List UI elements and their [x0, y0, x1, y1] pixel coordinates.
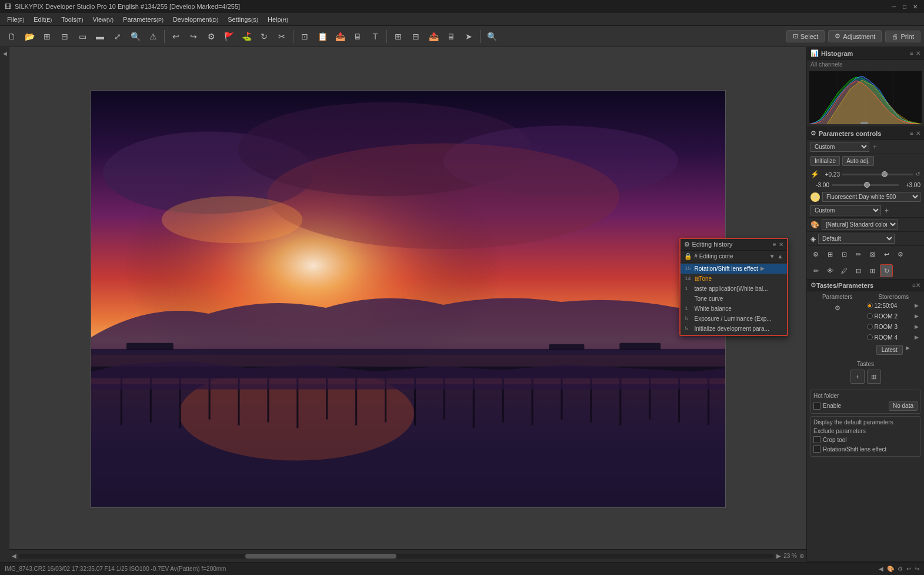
- storeroom-radio-room4[interactable]: [867, 334, 873, 340]
- storeroom-room3-btn[interactable]: ▶: [912, 323, 920, 331]
- search-btn[interactable]: 🔍: [483, 28, 500, 45]
- menu-file[interactable]: File(F): [2, 15, 29, 24]
- custom-select-2[interactable]: Custom: [810, 205, 881, 215]
- taste-add-btn[interactable]: +: [850, 370, 865, 384]
- storeroom-radio-time[interactable]: [867, 303, 873, 308]
- scroll-track-h[interactable]: [19, 554, 774, 559]
- open-button[interactable]: 📂: [21, 28, 38, 45]
- tool-brush[interactable]: ✏: [852, 248, 865, 261]
- crop-tool-checkbox[interactable]: [813, 436, 820, 443]
- histogram-expand[interactable]: ✕: [916, 50, 920, 56]
- select-button[interactable]: ⊡ Select: [786, 30, 825, 42]
- new-button[interactable]: 🗋: [4, 28, 20, 45]
- tastes-expand[interactable]: ✕: [916, 282, 920, 288]
- main-image[interactable]: ⚙ Editing history ≡ ✕ 🔒 # Editing conte …: [91, 90, 726, 508]
- export2-button[interactable]: 📤: [425, 28, 442, 45]
- editing-history-menu[interactable]: ≡: [773, 241, 776, 248]
- enable-checkbox[interactable]: [813, 403, 820, 410]
- scroll-left[interactable]: ◀: [12, 553, 16, 559]
- history-item-1[interactable]: 14 ⊞Tone: [681, 274, 787, 284]
- rotation-checkbox[interactable]: [813, 446, 820, 453]
- add-param-btn-2[interactable]: +: [885, 207, 889, 215]
- ev-reset[interactable]: ↺: [916, 171, 920, 177]
- grid-view-button[interactable]: ⊞: [39, 28, 55, 45]
- editing-history-close[interactable]: ✕: [779, 241, 783, 248]
- status-icon-1[interactable]: ◀: [879, 566, 883, 572]
- send-button[interactable]: ➤: [461, 28, 477, 45]
- latest-arrow-btn[interactable]: ▶: [904, 344, 912, 352]
- zoom-button[interactable]: 🔍: [127, 28, 144, 45]
- history-item-2[interactable]: 1 taste application[White bal...: [681, 284, 787, 294]
- status-icon-5[interactable]: ↪: [915, 566, 919, 572]
- batch2-button[interactable]: ⊟: [408, 28, 424, 45]
- storeroom-room2-btn[interactable]: ▶: [912, 312, 920, 320]
- develop-button[interactable]: ⚙: [203, 28, 219, 45]
- filmstrip-button[interactable]: ⊟: [56, 28, 73, 45]
- menu-view[interactable]: View(V): [88, 15, 118, 24]
- rotate-button[interactable]: ↻: [256, 28, 272, 45]
- history-item-6[interactable]: 5 Initialize development para...: [681, 324, 787, 334]
- histogram-collapse[interactable]: ≡: [910, 50, 913, 56]
- latest-button[interactable]: Latest: [876, 345, 903, 355]
- ev-slider[interactable]: [842, 174, 913, 175]
- strip-collapse[interactable]: ◀: [1, 49, 9, 58]
- flag2-button[interactable]: ⛳: [238, 28, 255, 45]
- auto-adj-button[interactable]: Auto adj.: [842, 156, 873, 166]
- params-settings-btn[interactable]: ⚙: [831, 301, 844, 314]
- params-expand[interactable]: ✕: [916, 130, 920, 137]
- menu-edit[interactable]: Edit(E): [29, 15, 56, 24]
- tool-reset[interactable]: ⊠: [866, 248, 879, 261]
- status-icon-2[interactable]: 🎨: [887, 566, 894, 572]
- scroll-thumb-h[interactable]: [245, 554, 396, 559]
- standard-color-select[interactable]: [Natural] Standard color: [822, 220, 898, 230]
- scroll-right[interactable]: ▶: [776, 553, 781, 559]
- storeroom-radio-room2[interactable]: [867, 313, 873, 319]
- status-icon-3[interactable]: ⚙: [898, 566, 903, 572]
- crop-button[interactable]: ✂: [273, 28, 290, 45]
- tool-rotate-active[interactable]: ↻: [880, 264, 893, 277]
- tool-eye[interactable]: 👁: [823, 264, 836, 277]
- maximize-button[interactable]: □: [900, 2, 909, 11]
- history-item-3[interactable]: Tone curve: [681, 294, 787, 304]
- menu-settings[interactable]: Settings(S): [223, 15, 263, 24]
- copy-button[interactable]: ⊡: [296, 28, 313, 45]
- tool-layers[interactable]: ⊞: [823, 248, 836, 261]
- tool-pencil[interactable]: ✏: [809, 264, 822, 277]
- close-button[interactable]: ✕: [911, 2, 919, 11]
- storeroom-time-btn[interactable]: ▶: [912, 301, 920, 310]
- eh-down-button[interactable]: ▼: [769, 253, 775, 260]
- no-data-button[interactable]: No data: [889, 401, 918, 411]
- tool-mask[interactable]: ⊡: [838, 248, 850, 261]
- lr-slider[interactable]: [832, 184, 899, 186]
- tool-undo2[interactable]: ↩: [880, 248, 893, 261]
- initialize-button[interactable]: Initialize: [810, 156, 840, 166]
- storeroom-room4-btn[interactable]: ▶: [912, 333, 920, 341]
- storeroom-radio-room3[interactable]: [867, 324, 873, 330]
- redo-button[interactable]: ↪: [185, 28, 202, 45]
- print-button[interactable]: 🖨 Print: [885, 31, 920, 42]
- add-param-btn-1[interactable]: +: [873, 143, 877, 151]
- flag-button[interactable]: 🚩: [221, 28, 237, 45]
- params-collapse[interactable]: ≡: [910, 130, 913, 137]
- adjustment-button[interactable]: ⚙ Adjustment: [828, 30, 882, 42]
- menu-tools[interactable]: Tools(T): [56, 15, 88, 24]
- eh-up-button[interactable]: ▲: [778, 253, 783, 260]
- minimize-button[interactable]: ─: [890, 2, 898, 11]
- tool-crop[interactable]: ⊞: [866, 264, 879, 277]
- compare-view-button[interactable]: ▬: [92, 28, 108, 45]
- batch-button[interactable]: ⊞: [390, 28, 406, 45]
- ev-thumb[interactable]: [882, 171, 888, 177]
- monitor-button[interactable]: 🖥: [349, 28, 366, 45]
- paste-button[interactable]: 📋: [314, 28, 331, 45]
- window-controls[interactable]: ─ □ ✕: [890, 2, 919, 11]
- menu-help[interactable]: Help(H): [263, 15, 293, 24]
- undo-button[interactable]: ↩: [168, 28, 184, 45]
- export-button[interactable]: 📤: [332, 28, 348, 45]
- lr-thumb[interactable]: [864, 182, 870, 188]
- tool-settings[interactable]: ⚙: [809, 248, 822, 261]
- taste-copy-btn[interactable]: ⊞: [867, 370, 881, 384]
- history-item-4[interactable]: 1 White balance: [681, 304, 787, 314]
- color-temp-select[interactable]: Fluorescent Day white 500: [822, 192, 920, 202]
- fit-button[interactable]: ⤢: [109, 28, 126, 45]
- history-item-5[interactable]: 5 Exposure / Luminance (Exp...: [681, 314, 787, 324]
